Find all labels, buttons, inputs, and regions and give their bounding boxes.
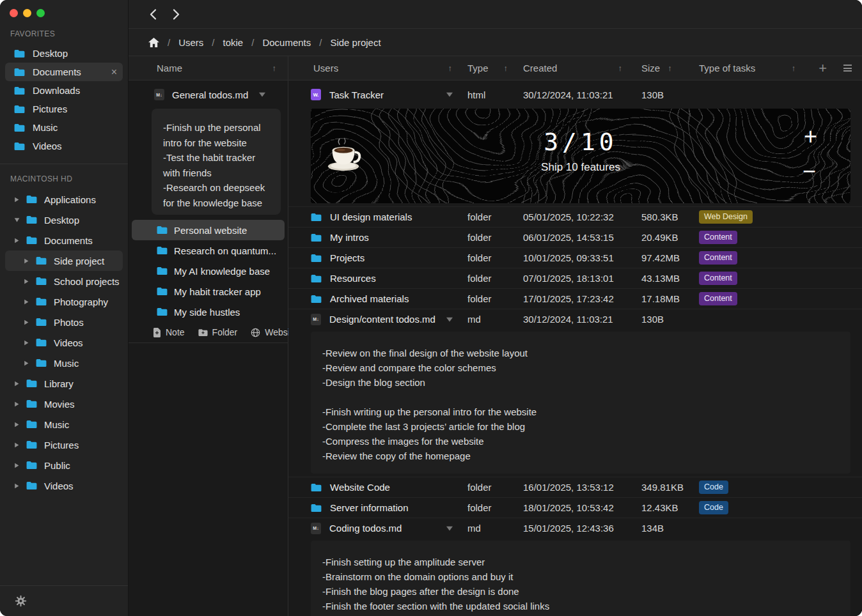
sidebar-item-documents[interactable]: Documents × bbox=[5, 63, 123, 81]
toolbar bbox=[129, 0, 862, 29]
add-column-button[interactable]: + bbox=[819, 61, 827, 75]
name-column-header[interactable]: Name ↑ bbox=[129, 56, 288, 81]
settings-gear-icon[interactable] bbox=[15, 595, 27, 607]
tree-item-library[interactable]: Library bbox=[5, 373, 123, 394]
table-row-server-information[interactable]: Server information folder 18/01/2025, 10… bbox=[288, 497, 862, 518]
panel-folder-my-habit-tracker-app[interactable]: My habit tracker app bbox=[132, 281, 285, 302]
sidebar-item-pictures[interactable]: Pictures bbox=[5, 100, 123, 118]
home-icon[interactable] bbox=[148, 38, 159, 47]
table-row-resources[interactable]: Resources folder 07/01/2025, 18:13:01 43… bbox=[288, 268, 862, 288]
forward-button[interactable] bbox=[173, 9, 180, 20]
expand-arrow[interactable] bbox=[23, 320, 29, 325]
folder-icon bbox=[14, 49, 25, 58]
breadcrumb-item-side-project[interactable]: Side project bbox=[330, 37, 380, 48]
table-row-my-intros[interactable]: My intros folder 06/01/2025, 14:53:15 20… bbox=[288, 227, 862, 247]
expand-arrow[interactable] bbox=[13, 238, 20, 243]
column-header-created[interactable]: Created ↑ bbox=[523, 63, 641, 73]
close-icon[interactable]: × bbox=[111, 67, 117, 77]
selected-file-row[interactable]: M↓ General todos.md bbox=[129, 81, 288, 109]
preview-line: -Research on deepseek for the knowledge … bbox=[163, 180, 273, 210]
tree-item-public[interactable]: Public bbox=[5, 455, 123, 475]
table-row-website-code[interactable]: Website Code folder 16/01/2025, 13:53:12… bbox=[288, 477, 862, 497]
column-header-type[interactable]: Type ↑ bbox=[467, 63, 523, 73]
folder-icon bbox=[14, 86, 25, 95]
sidebar-item-desktop[interactable]: Desktop bbox=[5, 44, 123, 63]
task-tracker-banner: 3/10 Ship 10 features + − bbox=[311, 109, 850, 203]
tree-item-videos[interactable]: Videos bbox=[5, 475, 123, 496]
expand-arrow[interactable] bbox=[23, 258, 29, 264]
panel-folder-my-side-hustles[interactable]: My side hustles bbox=[132, 302, 285, 322]
panel-folder-personal-website[interactable]: Personal website bbox=[132, 220, 285, 240]
breadcrumb-item-documents[interactable]: Documents bbox=[262, 37, 311, 48]
expand-arrow[interactable] bbox=[13, 442, 20, 448]
tree-item-music[interactable]: Music bbox=[5, 353, 123, 373]
expand-arrow[interactable] bbox=[23, 299, 29, 305]
row-file-name: Design/content todos.md bbox=[329, 314, 435, 325]
expand-arrow[interactable] bbox=[23, 340, 29, 346]
table-row-projects[interactable]: Projects folder 10/01/2025, 09:33:51 97.… bbox=[288, 247, 862, 268]
back-button[interactable] bbox=[150, 9, 157, 20]
tree-item-videos[interactable]: Videos bbox=[5, 332, 123, 353]
dropdown-caret[interactable] bbox=[258, 92, 266, 97]
column-header-type-of-tasks[interactable]: Type of tasks ↑ + bbox=[699, 61, 862, 75]
close-window-button[interactable] bbox=[10, 9, 18, 17]
expand-arrow[interactable] bbox=[13, 422, 20, 427]
view-options-icon[interactable] bbox=[843, 65, 852, 72]
sort-arrow-icon: ↑ bbox=[504, 63, 508, 73]
row-type: md bbox=[467, 523, 523, 534]
folder-icon bbox=[14, 68, 25, 77]
row-dropdown-caret[interactable] bbox=[446, 526, 453, 531]
breadcrumb-item-users[interactable]: Users bbox=[178, 37, 203, 48]
panel-folder-research-on-quantum[interactable]: Research on quantum... bbox=[132, 240, 285, 261]
table-row-coding-todos-md[interactable]: M↓ Coding todos.md md 15/01/2025, 12:43:… bbox=[288, 518, 862, 538]
app-window: FAVORITES Desktop Documents × Downloads … bbox=[0, 0, 862, 616]
expand-arrow[interactable] bbox=[23, 279, 29, 284]
row-size: 43.13MB bbox=[641, 273, 699, 284]
tree-item-desktop[interactable]: Desktop bbox=[5, 210, 123, 230]
table-row-design-content-todos-md[interactable]: M↓ Design/content todos.md md 30/12/2024… bbox=[288, 309, 862, 329]
expand-arrow[interactable] bbox=[13, 381, 20, 387]
table-row-task-tracker[interactable]: W. Task Tracker html 30/12/2024, 11:03:2… bbox=[288, 81, 862, 109]
add-folder-button[interactable]: Folder bbox=[198, 327, 238, 337]
expand-arrow[interactable] bbox=[23, 360, 29, 366]
decrement-button[interactable]: − bbox=[803, 160, 816, 183]
column-header-users[interactable]: Users ↑ bbox=[311, 63, 467, 73]
tree-item-photography[interactable]: Photography bbox=[5, 291, 123, 312]
column-header-size[interactable]: Size ↑ bbox=[641, 63, 699, 73]
tree-item-documents[interactable]: Documents bbox=[5, 230, 123, 250]
row-type: md bbox=[467, 314, 523, 325]
row-type: folder bbox=[467, 232, 523, 243]
tree-item-photos[interactable]: Photos bbox=[5, 312, 123, 332]
tree-item-applications[interactable]: Applications bbox=[5, 189, 123, 210]
column-label: Users bbox=[313, 63, 338, 73]
expand-arrow[interactable] bbox=[13, 401, 20, 407]
row-dropdown-caret[interactable] bbox=[446, 317, 453, 322]
expand-arrow[interactable] bbox=[13, 217, 20, 222]
tree-item-pictures[interactable]: Pictures bbox=[5, 435, 123, 455]
sidebar-item-downloads[interactable]: Downloads bbox=[5, 81, 123, 100]
table-row-ui-design-materials[interactable]: UI design materials folder 05/01/2025, 1… bbox=[288, 206, 862, 227]
tree-item-music[interactable]: Music bbox=[5, 414, 123, 435]
tree-item-movies[interactable]: Movies bbox=[5, 394, 123, 414]
tree-item-school-projects[interactable]: School projects bbox=[5, 271, 123, 291]
row-dropdown-caret[interactable] bbox=[446, 92, 453, 97]
sidebar-item-videos[interactable]: Videos bbox=[5, 137, 123, 155]
chevron-right-icon bbox=[24, 279, 29, 284]
breadcrumb-separator: / bbox=[212, 37, 214, 48]
panel-folder-my-ai-knowledge-base[interactable]: My AI knowledge base bbox=[132, 261, 285, 281]
todo-line: -Finish the blog pages after the design … bbox=[322, 584, 839, 599]
expand-arrow[interactable] bbox=[13, 463, 20, 468]
increment-button[interactable]: + bbox=[804, 125, 817, 148]
html-file-icon: W. bbox=[311, 89, 321, 100]
panel-folder-label: Research on quantum... bbox=[174, 245, 276, 256]
sidebar-item-music[interactable]: Music bbox=[5, 118, 123, 137]
add-note-button[interactable]: Note bbox=[153, 327, 185, 337]
expand-arrow[interactable] bbox=[13, 483, 20, 489]
breadcrumb-item-tokie[interactable]: tokie bbox=[223, 37, 244, 48]
maximize-window-button[interactable] bbox=[36, 9, 45, 17]
row-size: 134B bbox=[641, 523, 699, 534]
expand-arrow[interactable] bbox=[13, 197, 20, 203]
tree-item-side-project[interactable]: Side project bbox=[5, 250, 123, 271]
table-row-archived-materials[interactable]: Archived materials folder 17/01/2025, 17… bbox=[288, 288, 862, 309]
minimize-window-button[interactable] bbox=[23, 9, 31, 17]
